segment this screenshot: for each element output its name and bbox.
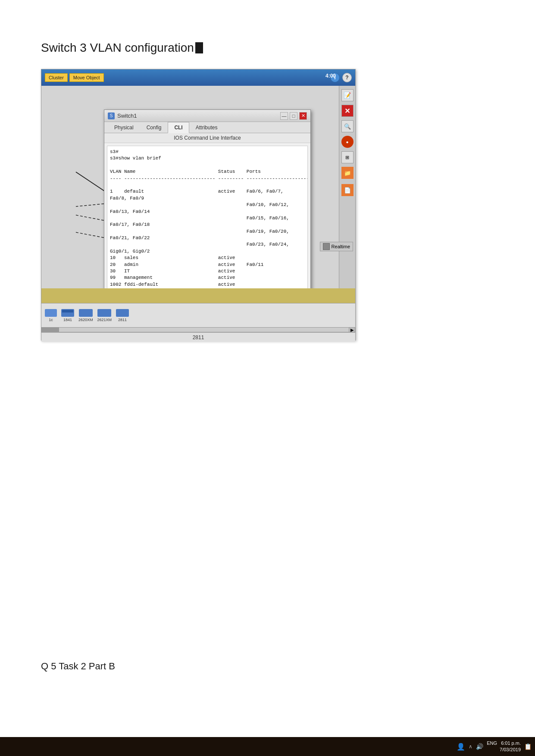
switch-dialog: S Switch1 — □ ✕ Physical Config CLI Attr… (104, 109, 311, 288)
device-icon-2620xm[interactable]: 2620XM (78, 309, 93, 322)
cli-terminal[interactable]: s3# s3#show vlan brief VLAN Name Status … (107, 146, 308, 288)
right-panel: 📝 ✕ 🔍 ● ⊞ 📁 📄 (339, 86, 355, 288)
sim-toolbar: Cluster Move Object 4:00 i ? (41, 69, 355, 86)
taskbar-expand-icon[interactable]: ∧ (469, 744, 472, 750)
maximize-button[interactable]: □ (290, 112, 297, 120)
dialog-controls: — □ ✕ (280, 112, 307, 120)
device-label-2621xm: 2621XM (97, 318, 112, 322)
close-button[interactable]: ✕ (299, 112, 307, 120)
delete-icon[interactable]: ✕ (341, 105, 354, 117)
folder-icon[interactable]: 📁 (341, 167, 354, 179)
minimize-button[interactable]: — (280, 112, 288, 120)
dialog-titlebar: S Switch1 — □ ✕ (104, 110, 310, 122)
taskbar-person-icon: 👤 (457, 743, 465, 751)
taskbar-right: 👤 ∧ 🔊 ENG 6:01 p.m. 7/03/2019 📋 (457, 740, 532, 753)
red-circle-icon[interactable]: ● (341, 136, 354, 148)
taskbar-volume-icon[interactable]: 🔊 (476, 743, 483, 750)
sim-time: 4:00 (325, 73, 336, 79)
ios-title: IOS Command Line Interface (104, 133, 310, 143)
realtime-label: Realtime (332, 244, 350, 249)
device-bottom-label: 2811 (41, 332, 355, 342)
device-label-1c: 1c (49, 318, 53, 322)
dialog-tabs: Physical Config CLI Attributes (104, 122, 310, 133)
tab-physical[interactable]: Physical (108, 122, 140, 133)
taskbar-notification-icon[interactable]: 📋 (524, 743, 532, 750)
document-icon[interactable]: 📄 (341, 184, 354, 196)
device-icon-1c[interactable]: 1c (45, 309, 57, 322)
cursor-block (195, 42, 203, 53)
cluster-button[interactable]: Cluster (45, 73, 68, 82)
sim-bottom-bar (41, 288, 355, 303)
realtime-area: Realtime (320, 242, 353, 251)
tab-attributes[interactable]: Attributes (189, 122, 224, 133)
help-icon[interactable]: ? (342, 73, 352, 82)
grid-icon[interactable]: ⊞ (341, 151, 354, 163)
move-object-button[interactable]: Move Object (69, 73, 104, 82)
dialog-icon: S (108, 112, 115, 119)
tab-config[interactable]: Config (140, 122, 168, 133)
device-icon-2811[interactable]: 2811 (116, 309, 129, 322)
device-label-2811: 2811 (118, 318, 127, 322)
device-label-2620xm: 2620XM (78, 318, 93, 322)
device-icon-2621xm[interactable]: 2621XM (97, 309, 112, 322)
dialog-title: Switch1 (117, 112, 280, 119)
search-icon[interactable]: 🔍 (341, 120, 354, 132)
page-title: Switch 3 VLAN configuration (41, 41, 203, 55)
simulator-frame: Cluster Move Object 4:00 i ? 2 📝 ✕ 🔍 (41, 69, 356, 341)
device-bar: 1c 1841 2620XM 2621XM 2811 (41, 303, 355, 327)
device-icon-1841[interactable]: 1841 (61, 309, 74, 322)
device-label-1841: 1841 (63, 318, 72, 322)
tab-cli[interactable]: CLI (168, 122, 189, 133)
sim-canvas: 2 📝 ✕ 🔍 ● ⊞ 📁 📄 S Switch1 (41, 86, 355, 288)
taskbar-time-date: ENG 6:01 p.m. 7/03/2019 (487, 740, 521, 753)
bottom-label: Q 5 Task 2 Part B (41, 661, 115, 672)
realtime-icon (323, 243, 330, 250)
horizontal-scrollbar[interactable]: ▶ (41, 327, 355, 332)
notes-icon[interactable]: 📝 (341, 89, 354, 101)
taskbar: 👤 ∧ 🔊 ENG 6:01 p.m. 7/03/2019 📋 (0, 737, 535, 756)
